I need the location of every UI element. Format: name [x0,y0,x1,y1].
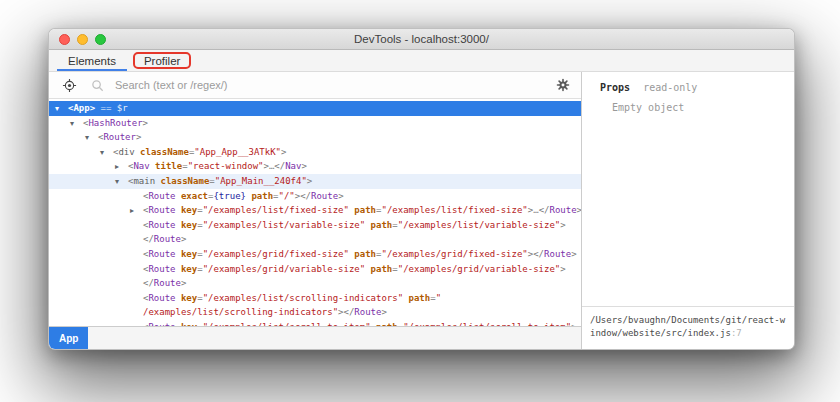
collapse-arrow-icon[interactable]: ▸ [115,160,128,174]
tree-row[interactable]: </Route> [49,232,581,247]
code-token-comp: Route [148,249,175,259]
code-token-str: "/examples/list/variable-size" [203,220,366,230]
elements-pane: ▾<App> == $r▾<HashRouter>▾<Router>▾<div … [49,72,581,349]
code-token-punct: > [143,118,148,128]
code-token-host: main [133,176,155,186]
search-input[interactable] [113,78,553,92]
expand-arrow-icon[interactable]: ▾ [100,146,113,160]
minimize-window-button[interactable] [77,34,88,45]
search-icon [87,75,107,95]
gear-icon[interactable] [553,75,573,95]
zoom-window-button[interactable] [95,34,106,45]
code-token-punct: </ [274,161,285,171]
code-token-str: /examples/list/scrolling-indicators" [143,307,338,317]
expand-arrow-icon[interactable]: ▾ [85,131,98,145]
code-token-dollar: $r [117,103,128,113]
code-token-host: div [118,147,134,157]
code-token-attr: path [354,205,376,215]
tree-row[interactable]: ▾<main className="App_Main__240f4"> [49,174,581,189]
code-token-comp: Route [544,249,571,259]
tab-bar: Elements Profiler [49,50,794,72]
arrow-spacer [130,306,143,320]
code-token-attr: path [251,191,273,201]
tree-row[interactable]: ▾<HashRouter> [49,116,581,131]
breadcrumb-item-app[interactable]: App [49,327,88,349]
props-readonly-label: read-only [643,82,697,93]
code-token-comp: Route [549,205,576,215]
code-token-attr: path [409,293,431,303]
code-token-kw: {true} [213,191,246,201]
code-token-punct: > [338,191,343,201]
inspect-element-icon[interactable] [59,75,79,95]
code-token-attr: path [371,220,393,230]
code-token-str: "/examples/grid/variable-size" [398,264,561,274]
tree-row[interactable]: ▾<App> == $r [49,101,581,116]
code-token-punct: > [571,249,576,259]
code-token-comp: Nav [133,161,149,171]
source-path: /Users/bvaughn/Documents/git/react-windo… [590,315,785,338]
tree-row[interactable]: <Route key="/examples/grid/variable-size… [49,262,581,277]
breadcrumb: App [49,326,581,349]
code-token-punct: > [560,264,565,274]
code-token-str: "/examples/list/scrolling-indicators" [203,293,403,303]
tree-row[interactable]: ▸<Nav title="react-window">…</Nav> [49,159,581,174]
code-token-punct: > [307,176,312,186]
code-token-punct: > [281,147,286,157]
tree-row[interactable]: </Route> [49,276,581,291]
code-token-attr: key [181,249,197,259]
code-token-comp: Route [148,220,175,230]
arrow-spacer [130,277,143,291]
tree-row[interactable]: /examples/list/scrolling-indicators"></R… [49,305,581,320]
code-token-comp: Route [148,191,175,201]
expand-arrow-icon[interactable]: ▾ [55,102,68,116]
code-token-attr: path [354,249,376,259]
search-field[interactable] [87,75,553,95]
code-token-tagb: <App> [68,103,95,113]
code-token-comp: Route [311,191,338,201]
code-token-comp: Route [154,278,181,288]
tree-row[interactable]: <Route key="/examples/list/scrolling-ind… [49,291,581,306]
tree-row[interactable]: ▾<div className="App_App__3ATkK"> [49,145,581,160]
collapse-arrow-icon[interactable]: ▸ [130,204,143,218]
arrow-spacer [130,263,143,277]
code-token-str: "/" [279,191,295,201]
source-location[interactable]: /Users/bvaughn/Documents/git/react-windo… [582,306,794,349]
code-token-punct: ></ [528,249,544,259]
code-token-comp: Route [148,264,175,274]
title-bar[interactable]: DevTools - localhost:3000/ [49,29,794,50]
tree-row[interactable]: <Route key="/examples/list/variable-size… [49,218,581,233]
close-window-button[interactable] [59,34,70,45]
traffic-lights [59,29,106,49]
window-title: DevTools - localhost:3000/ [354,33,489,45]
code-token-punct: > [301,161,306,171]
tab-elements[interactable]: Elements [57,50,127,71]
code-token-attr: key [181,293,197,303]
devtools-window: DevTools - localhost:3000/ Elements Prof… [48,28,795,350]
arrow-spacer [130,292,143,306]
code-token-eqop: == [95,103,117,113]
code-token-attr: className [140,147,189,157]
expand-arrow-icon[interactable]: ▾ [70,117,83,131]
code-token-str: "/examples/grid/fixed-size" [381,249,527,259]
code-token-attr: key [181,220,197,230]
screenshot-canvas: DevTools - localhost:3000/ Elements Prof… [0,0,840,402]
tab-profiler[interactable]: Profiler [133,52,191,69]
search-toolbar [49,72,581,99]
arrow-spacer [130,233,143,247]
props-pane: Props read-only Empty object /Users/bvau… [582,72,794,349]
code-token-str: "App_Main__240f4" [215,176,307,186]
component-tree: ▾<App> == $r▾<HashRouter>▾<Router>▾<div … [49,99,581,326]
code-token-attr: path [371,264,393,274]
code-token-punct: > [181,278,186,288]
code-token-punct: > [136,132,141,142]
tree-row[interactable]: <Route key="/examples/grid/fixed-size" p… [49,247,581,262]
tree-row[interactable]: ▾<Router> [49,130,581,145]
code-token-punct: > [181,234,186,244]
code-token-attr: className [161,176,210,186]
tree-row[interactable]: ▸<Route key="/examples/list/fixed-size" … [49,203,581,218]
props-header: Props read-only [582,72,794,93]
expand-arrow-icon[interactable]: ▾ [115,175,128,189]
code-token-punct: > [560,220,565,230]
tree-row[interactable]: <Route exact={true} path="/"></Route> [49,189,581,204]
code-token-comp: Nav [285,161,301,171]
